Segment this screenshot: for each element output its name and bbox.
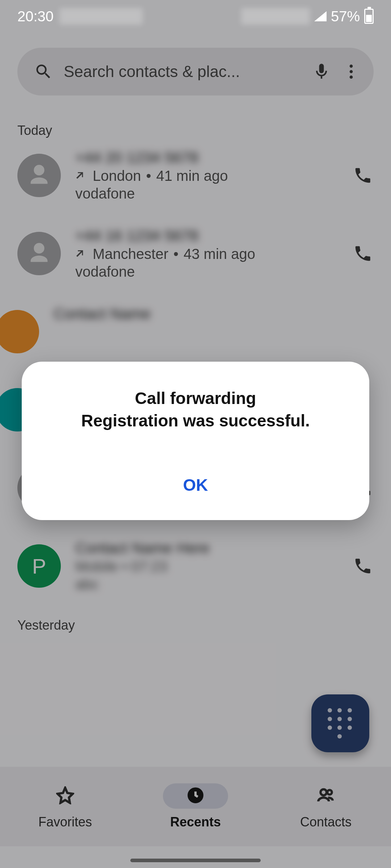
status-bar: 20:30 57% (0, 0, 391, 33)
signal-icon (314, 11, 327, 21)
battery-percent: 57% (331, 8, 360, 25)
status-time: 20:30 (17, 8, 54, 25)
ok-button[interactable]: OK (40, 468, 351, 502)
gesture-bar (130, 859, 261, 862)
status-system-icons (241, 8, 310, 25)
battery-icon (364, 9, 374, 24)
dialog: Call forwarding Registration was success… (22, 362, 369, 520)
dialog-message: Call forwarding Registration was success… (40, 387, 351, 432)
status-notification-icons (59, 8, 143, 25)
